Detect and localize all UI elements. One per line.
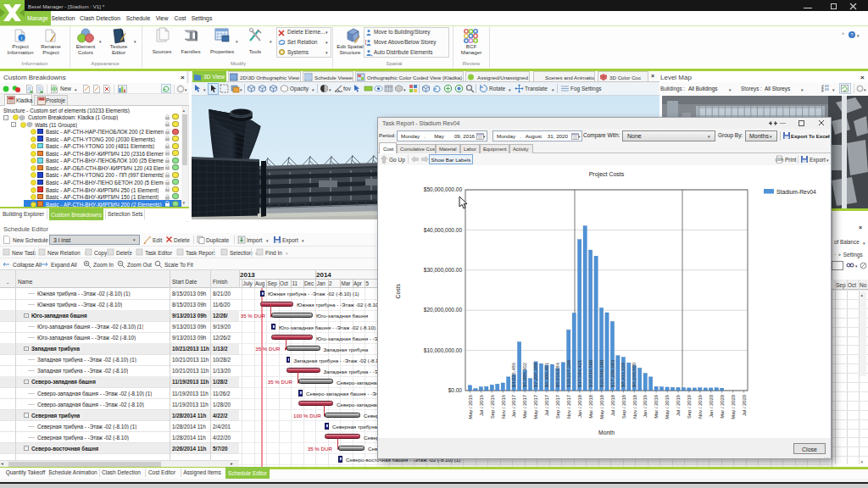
svg-text:$8,331,229: $8,331,229 <box>620 363 626 387</box>
svg-text:Jul / 2016: Jul / 2016 <box>479 395 484 416</box>
svg-text:$30,000,000.00: $30,000,000.00 <box>424 267 463 273</box>
svg-text:$6,300,491: $6,300,491 <box>544 363 549 387</box>
svg-text:$50,000,000.00: $50,000,000.00 <box>424 186 463 192</box>
svg-text:Jan / 2018: Jan / 2018 <box>577 395 582 418</box>
svg-text:May / 2018: May / 2018 <box>599 395 604 419</box>
svg-text:Sep / 2016: Sep / 2016 <box>490 395 495 419</box>
svg-text:$35,016,500: $35,016,500 <box>588 360 593 387</box>
svg-text:Mar / 2017: Mar / 2017 <box>522 395 527 419</box>
svg-text:Nov / 2016: Nov / 2016 <box>501 395 506 419</box>
svg-text:May / 2016: May / 2016 <box>468 395 473 419</box>
svg-text:Jan / 2017: Jan / 2017 <box>511 395 516 418</box>
svg-text:May / 2017: May / 2017 <box>533 395 538 419</box>
svg-text:Jul / 2019: Jul / 2019 <box>676 395 681 416</box>
svg-text:$6,260,500: $6,260,500 <box>632 363 637 387</box>
svg-text:$5,086,302: $5,086,302 <box>522 363 527 387</box>
svg-text:Jan / 2020: Jan / 2020 <box>709 395 714 418</box>
svg-text:$5,519,084: $5,519,084 <box>555 362 560 387</box>
svg-text:$20,590,280: $20,590,280 <box>599 360 604 387</box>
svg-text:$17,209,083: $17,209,083 <box>610 360 615 387</box>
svg-text:Costs: Costs <box>395 284 401 299</box>
svg-text:Jul / 2020: Jul / 2020 <box>742 395 747 416</box>
svg-text:$0.00: $0.00 <box>448 387 463 393</box>
svg-text:Stadium-Rev04: Stadium-Rev04 <box>776 189 816 195</box>
svg-text:Nov / 2018: Nov / 2018 <box>632 395 637 419</box>
svg-text:$37,584,421: $37,584,421 <box>577 360 582 387</box>
svg-text:$7,205,388: $7,205,388 <box>533 363 538 387</box>
svg-text:Mar / 2018: Mar / 2018 <box>588 395 593 419</box>
svg-text:Project Costs: Project Costs <box>589 171 625 178</box>
svg-text:Month: Month <box>598 430 615 435</box>
svg-text:Sep / 2018: Sep / 2018 <box>621 395 626 419</box>
svg-text:Mar / 2019: Mar / 2019 <box>654 395 659 419</box>
svg-text:Sep / 2019: Sep / 2019 <box>687 395 692 419</box>
svg-text:$40,000,000.00: $40,000,000.00 <box>424 227 463 233</box>
svg-text:Jul / 2017: Jul / 2017 <box>544 395 549 416</box>
svg-text:May / 2019: May / 2019 <box>665 395 670 419</box>
svg-text:Nov / 2017: Nov / 2017 <box>566 395 571 419</box>
svg-text:$10,227,299: $10,227,299 <box>566 360 571 387</box>
svg-text:Jan / 2019: Jan / 2019 <box>643 395 648 418</box>
svg-text:$4,026,486: $4,026,486 <box>511 363 516 387</box>
svg-text:Jul / 2018: Jul / 2018 <box>610 395 615 416</box>
svg-text:$10,000,000.00: $10,000,000.00 <box>424 347 463 353</box>
svg-text:Nov / 2019: Nov / 2019 <box>698 395 703 419</box>
svg-text:Mar / 2020: Mar / 2020 <box>720 395 725 419</box>
svg-text:Sep / 2017: Sep / 2017 <box>555 395 560 419</box>
svg-text:May / 2020: May / 2020 <box>731 395 736 419</box>
svg-text:$20,000,000.00: $20,000,000.00 <box>424 307 463 313</box>
